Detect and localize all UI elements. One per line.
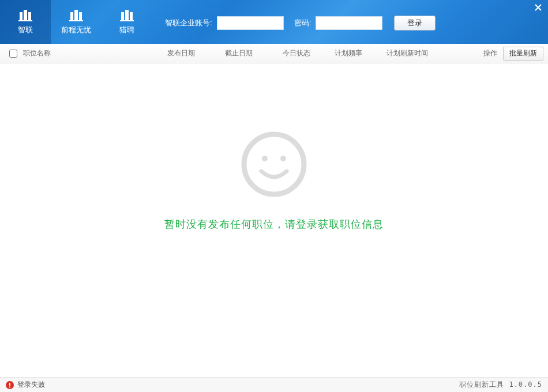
- svg-rect-17: [9, 386, 10, 387]
- svg-rect-9: [121, 12, 124, 20]
- svg-point-14: [280, 156, 286, 161]
- login-form: 智联企业账号: 密码: 登录: [152, 0, 548, 44]
- close-icon: [535, 4, 542, 11]
- building-icon: [119, 9, 135, 22]
- tab-qiancheng[interactable]: 前程无忧: [51, 0, 102, 44]
- col-time: 计划刷新时间: [386, 48, 450, 58]
- col-op: 操作: [474, 48, 500, 58]
- svg-point-13: [262, 156, 268, 161]
- svg-rect-0: [24, 10, 27, 20]
- error-icon: [6, 381, 14, 389]
- svg-rect-6: [79, 12, 82, 20]
- select-all-checkbox[interactable]: [9, 50, 17, 58]
- svg-rect-3: [18, 20, 32, 21]
- app-version: 1.0.0.5: [509, 380, 542, 389]
- building-icon: [68, 9, 84, 22]
- batch-refresh-button[interactable]: 批量刷新: [503, 47, 543, 61]
- svg-rect-4: [74, 10, 78, 20]
- svg-rect-11: [120, 20, 134, 21]
- svg-rect-8: [125, 10, 129, 20]
- status-bar: 登录失败 职位刷新工具 1.0.0.5: [0, 377, 548, 392]
- app-name: 职位刷新工具: [459, 380, 504, 389]
- empty-illustration: [239, 130, 309, 199]
- svg-rect-5: [70, 12, 73, 20]
- tab-label: 猎聘: [119, 25, 134, 35]
- col-status: 今日状态: [283, 48, 335, 58]
- smiley-icon: [239, 130, 309, 199]
- svg-rect-1: [20, 12, 22, 20]
- svg-rect-2: [28, 12, 31, 20]
- status-right: 职位刷新工具 1.0.0.5: [459, 380, 542, 390]
- col-name: 职位名称: [23, 48, 167, 58]
- svg-rect-7: [69, 20, 83, 21]
- svg-rect-10: [130, 12, 133, 20]
- col-end: 截止日期: [225, 48, 283, 58]
- tab-label: 智联: [18, 25, 33, 35]
- password-label: 密码:: [294, 18, 311, 28]
- close-button[interactable]: [533, 2, 543, 13]
- password-input[interactable]: [316, 16, 382, 30]
- empty-message: 暂时没有发布任何职位，请登录获取职位信息: [164, 217, 384, 231]
- content-area: 暂时没有发布任何职位，请登录获取职位信息: [0, 63, 548, 377]
- col-publish: 发布日期: [167, 48, 225, 58]
- svg-point-12: [244, 134, 304, 194]
- account-input[interactable]: [217, 16, 284, 30]
- svg-rect-16: [9, 383, 10, 386]
- status-error-text: 登录失败: [17, 380, 45, 390]
- status-left: 登录失败: [6, 380, 459, 390]
- col-freq: 计划频率: [335, 48, 386, 58]
- select-all-cell: [9, 50, 23, 58]
- source-tabs: 智联 前程无忧 猎聘: [0, 0, 152, 44]
- table-header: 职位名称 发布日期 截止日期 今日状态 计划频率 计划刷新时间 操作 批量刷新: [0, 44, 548, 63]
- building-icon: [17, 9, 33, 22]
- tab-label: 前程无忧: [61, 25, 91, 35]
- login-button[interactable]: 登录: [394, 16, 436, 31]
- tab-liepin[interactable]: 猎聘: [102, 0, 152, 44]
- account-label: 智联企业账号:: [165, 18, 212, 28]
- app-header: 智联 前程无忧 猎聘: [0, 0, 548, 44]
- tab-zhilian[interactable]: 智联: [0, 0, 51, 44]
